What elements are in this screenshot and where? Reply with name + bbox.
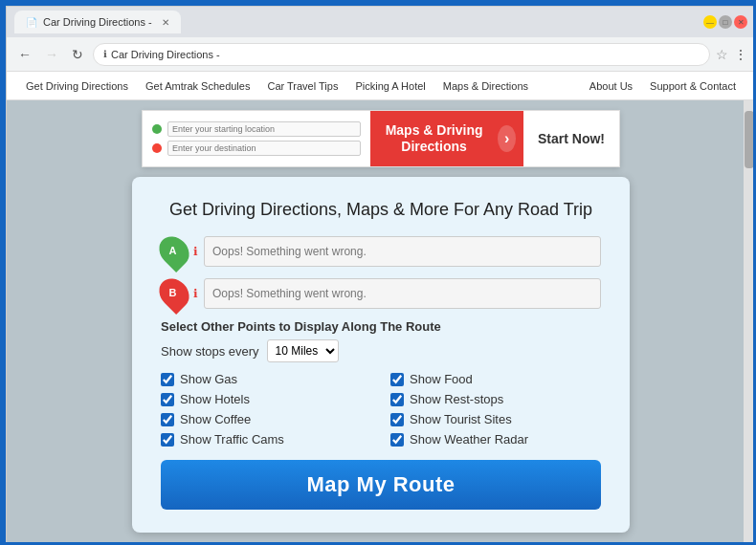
banner-dest-input[interactable] [167,141,361,156]
page-wrapper: Maps & Driving Directions › Start Now! G… [7,100,755,544]
food-checkbox[interactable] [390,373,404,386]
back-button[interactable]: ← [14,45,35,64]
stops-row: Show stops every 5 Miles 10 Miles 25 Mil… [161,339,601,362]
banner-cta[interactable]: Start Now! [523,111,619,166]
main-card: Get Driving Directions, Maps & More For … [132,177,630,533]
nav-support[interactable]: Support & Contact [642,80,744,92]
page-content: 🗺 Maps & Driving Directions [7,100,755,544]
hotels-label: Show Hotels [180,392,250,406]
checkbox-gas[interactable]: Show Gas [161,372,371,386]
gas-label: Show Gas [180,372,237,386]
card-title: Get Driving Directions, Maps & More For … [161,200,601,220]
tourist-label: Show Tourist Sites [410,412,512,426]
weather-checkbox[interactable] [390,433,404,447]
checkbox-weather[interactable]: Show Weather Radar [390,432,601,447]
nav-amtrak[interactable]: Get Amtrak Schedules [138,80,257,92]
checkbox-coffee[interactable]: Show Coffee [161,412,371,426]
error-icon-b: ℹ [193,287,198,300]
stops-select[interactable]: 5 Miles 10 Miles 25 Miles 50 Miles [267,339,339,362]
checkbox-hotels[interactable]: Show Hotels [161,392,371,406]
section-label: Select Other Points to Display Along The… [161,319,601,334]
maximize-button[interactable]: □ [719,15,732,29]
tab-area: 📄 Car Driving Directions - ✕ [14,11,700,33]
banner-start-row [152,121,361,137]
checkboxes-grid: Show Gas Show Food Show Hotels Show Rest… [161,372,601,447]
window-controls: — □ ✕ [703,15,747,29]
input-b-row: B ℹ [161,277,601,310]
checkbox-food[interactable]: Show Food [390,372,601,386]
scrollbar-track[interactable] [744,100,755,544]
bookmark-button[interactable]: ☆ [716,47,728,62]
nav-maps[interactable]: Maps & Directions [435,80,536,92]
banner-start-input[interactable] [167,121,361,137]
scrollbar-thumb[interactable] [745,111,754,168]
minimize-button[interactable]: — [703,15,717,29]
banner: Maps & Driving Directions › Start Now! [142,110,620,167]
banner-title: Maps & Driving Directions [378,122,490,155]
tab-title: Car Driving Directions - [43,16,152,28]
reststops-checkbox[interactable] [390,393,404,406]
pin-b-icon: B [153,272,195,315]
site-nav-right: About Us Support & Contact [582,80,744,92]
dest-dot [152,143,162,153]
banner-left [143,111,370,166]
pin-a-icon: A [153,230,195,272]
address-bar[interactable]: ℹ Car Driving Directions - [93,43,710,66]
forward-button[interactable]: → [41,45,62,64]
coffee-label: Show Coffee [180,412,251,426]
checkbox-tourist[interactable]: Show Tourist Sites [390,412,601,426]
menu-button[interactable]: ⋮ [734,47,747,62]
nav-driving-directions[interactable]: Get Driving Directions [18,80,136,92]
start-dot [152,124,162,134]
tourist-checkbox[interactable] [390,413,404,426]
tab-favicon: 📄 [26,17,37,28]
reststops-label: Show Rest-stops [410,392,503,406]
banner-middle: Maps & Driving Directions › [370,111,523,166]
traffic-checkbox[interactable] [161,433,174,447]
reload-button[interactable]: ↻ [68,45,87,64]
weather-label: Show Weather Radar [410,432,528,447]
address-text: Car Driving Directions - [111,49,220,60]
nav-about[interactable]: About Us [582,80,640,92]
nav-bar: ← → ↻ ℹ Car Driving Directions - ☆ ⋮ [7,37,755,72]
browser-window: 📄 Car Driving Directions - ✕ — □ ✕ ← → ↻… [6,6,756,545]
checkbox-reststops[interactable]: Show Rest-stops [390,392,601,406]
dest-location-input[interactable] [204,278,601,309]
close-button[interactable]: ✕ [734,15,747,29]
banner-arrow: › [498,125,516,152]
tab-close-button[interactable]: ✕ [162,17,169,28]
input-a-row: A ℹ [161,235,601,268]
nav-travel-tips[interactable]: Car Travel Tips [259,80,345,92]
error-icon-a: ℹ [193,245,198,258]
checkbox-traffic[interactable]: Show Traffic Cams [161,432,371,447]
hotels-checkbox[interactable] [161,393,174,406]
nav-hotel[interactable]: Picking A Hotel [347,80,433,92]
banner-dest-row [152,141,361,156]
site-nav: Get Driving Directions Get Amtrak Schedu… [7,72,755,100]
start-location-input[interactable] [204,236,601,267]
title-bar: 📄 Car Driving Directions - ✕ — □ ✕ [7,7,755,37]
gas-checkbox[interactable] [161,373,174,386]
banner-cta-text: Start Now! [538,131,605,146]
stops-label: Show stops every [161,344,259,359]
map-route-button[interactable]: Map My Route [161,460,601,510]
browser-tab[interactable]: 📄 Car Driving Directions - ✕ [14,11,181,33]
map-button-label: Map My Route [306,472,455,496]
traffic-label: Show Traffic Cams [180,432,284,447]
food-label: Show Food [410,372,473,386]
coffee-checkbox[interactable] [161,413,174,426]
